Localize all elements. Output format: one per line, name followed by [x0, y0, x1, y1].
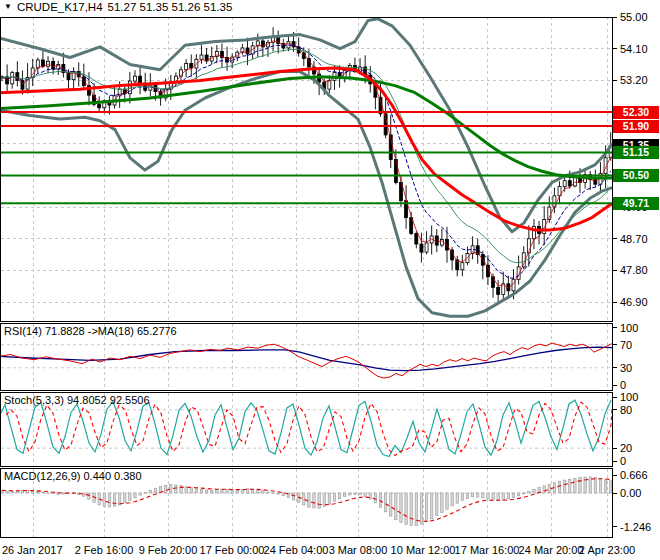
trading-chart-window: ▼ CRUDE_K17,H4 51.27 51.35 51.26 51.35 R… — [0, 0, 660, 560]
ohlc-quotes: 51.27 51.35 51.26 51.35 — [108, 1, 233, 13]
stoch-indicator-label: Stoch(5,3,3) 94.8052 92.5506 — [4, 394, 150, 406]
rsi-indicator-label: RSI(14) 71.8828 ->MA(18) 65.2776 — [4, 325, 177, 337]
symbol-period-label: CRUDE_K17,H4 — [17, 1, 103, 13]
chart-title-bar: ▼ CRUDE_K17,H4 51.27 51.35 51.26 51.35 — [4, 1, 232, 13]
symbol-marker-icon: ▼ — [4, 1, 12, 13]
macd-indicator-label: MACD(12,26,9) 0.440 0.380 — [4, 470, 142, 482]
